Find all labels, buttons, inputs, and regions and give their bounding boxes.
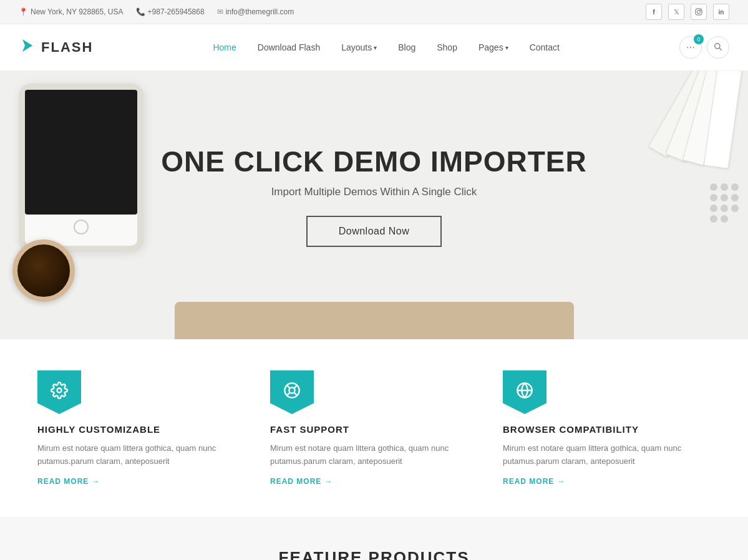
- email: ✉ info@themegrill.com: [217, 7, 294, 16]
- coffee-cup-decoration: [12, 239, 75, 302]
- customizable-desc: Mirum est notare quam littera gothica, q…: [37, 442, 245, 468]
- arrow-right-icon: →: [557, 477, 565, 486]
- feature-products-section: FEATURE PRODUCTS Collaboratively adminis…: [0, 517, 748, 560]
- cart-button[interactable]: ⋯ 0: [679, 36, 702, 59]
- svg-rect-0: [696, 9, 702, 15]
- search-button[interactable]: [707, 36, 729, 59]
- hero-subtitle: Import Multiple Demos Within A Single Cl…: [161, 186, 586, 198]
- features-section: HIGHLY CUSTOMIZABLE Mirum est notare qua…: [0, 339, 748, 517]
- social-links: f 𝕏 in: [646, 4, 729, 20]
- customizable-icon-wrap: [37, 370, 81, 414]
- svg-line-9: [287, 385, 290, 389]
- chevron-down-icon: ▾: [374, 44, 377, 51]
- feature-browser: BROWSER COMPATIBILITY Mirum est notare q…: [503, 370, 711, 486]
- location: 📍 New York, NY 928865, USA: [19, 7, 124, 16]
- feature-customizable: HIGHLY CUSTOMIZABLE Mirum est notare qua…: [37, 370, 245, 486]
- feature-support: FAST SUPPORT Mirum est notare quam litte…: [270, 370, 478, 486]
- svg-point-2: [700, 10, 701, 11]
- svg-point-6: [57, 389, 62, 393]
- email-icon: ✉: [217, 7, 223, 16]
- header: FLASH Home Download Flash Layouts ▾ Blog…: [0, 24, 748, 71]
- nav-contact[interactable]: Contact: [521, 37, 568, 57]
- customizable-read-more[interactable]: READ MORE →: [37, 477, 245, 486]
- phone-icon: 📞: [136, 7, 145, 16]
- cart-icon: ⋯: [686, 42, 695, 52]
- logo-icon: [19, 37, 36, 58]
- facebook-icon[interactable]: f: [646, 4, 662, 20]
- svg-line-11: [294, 385, 297, 389]
- browser-icon: [516, 382, 533, 403]
- tablet-decoration: [19, 84, 143, 252]
- tablet-home-btn: [74, 220, 89, 234]
- browser-desc: Mirum est notare quam littera gothica, q…: [503, 442, 711, 468]
- feature-products-title: FEATURE PRODUCTS: [37, 548, 711, 560]
- hero-section: ONE CLICK DEMO IMPORTER Import Multiple …: [0, 71, 748, 339]
- chevron-down-icon: ▾: [505, 44, 508, 51]
- tablet-screen: [25, 90, 137, 215]
- arrow-right-icon: →: [324, 477, 333, 486]
- nav-right: ⋯ 0: [679, 36, 729, 59]
- hero-content: ONE CLICK DEMO IMPORTER Import Multiple …: [161, 145, 586, 266]
- support-icon: [283, 382, 301, 403]
- nav-blog[interactable]: Blog: [389, 37, 424, 57]
- papers-decoration: [676, 71, 736, 168]
- logo-text: FLASH: [41, 39, 93, 56]
- instagram-icon[interactable]: [691, 4, 707, 20]
- svg-point-8: [289, 387, 294, 393]
- top-bar: 📍 New York, NY 928865, USA 📞 +987-265945…: [0, 0, 748, 24]
- location-icon: 📍: [19, 7, 28, 16]
- pearls-decoration: [710, 183, 739, 223]
- browser-title: BROWSER COMPATIBILITY: [503, 424, 711, 435]
- svg-point-1: [697, 11, 701, 14]
- phone: 📞 +987-265945868: [136, 7, 205, 16]
- browser-icon-wrap: [503, 370, 546, 414]
- linkedin-icon[interactable]: in: [713, 4, 729, 20]
- main-nav: Home Download Flash Layouts ▾ Blog Shop …: [204, 37, 568, 57]
- support-read-more[interactable]: READ MORE →: [270, 477, 478, 486]
- svg-line-12: [287, 392, 290, 395]
- search-icon: [714, 42, 722, 53]
- cart-badge: 0: [694, 34, 704, 44]
- support-title: FAST SUPPORT: [270, 424, 478, 435]
- arrow-right-icon: →: [92, 477, 100, 486]
- svg-line-5: [719, 47, 722, 50]
- top-bar-left: 📍 New York, NY 928865, USA 📞 +987-265945…: [19, 7, 294, 16]
- svg-point-4: [715, 43, 720, 48]
- nav-pages[interactable]: Pages ▾: [470, 37, 517, 57]
- nav-shop[interactable]: Shop: [428, 37, 466, 57]
- browser-read-more[interactable]: READ MORE →: [503, 477, 711, 486]
- svg-marker-3: [22, 39, 32, 52]
- twitter-icon[interactable]: 𝕏: [668, 4, 684, 20]
- support-desc: Mirum est notare quam littera gothica, q…: [270, 442, 478, 468]
- laptop-decoration: [175, 302, 574, 339]
- logo[interactable]: FLASH: [19, 37, 93, 58]
- nav-layouts[interactable]: Layouts ▾: [333, 37, 386, 57]
- customizable-title: HIGHLY CUSTOMIZABLE: [37, 424, 245, 435]
- nav-home[interactable]: Home: [204, 37, 245, 57]
- support-icon-wrap: [270, 370, 314, 414]
- nav-download-flash[interactable]: Download Flash: [249, 37, 329, 57]
- gear-icon: [51, 382, 68, 403]
- svg-line-10: [294, 392, 297, 395]
- download-now-button[interactable]: Download Now: [306, 216, 442, 247]
- hero-title: ONE CLICK DEMO IMPORTER: [161, 145, 586, 178]
